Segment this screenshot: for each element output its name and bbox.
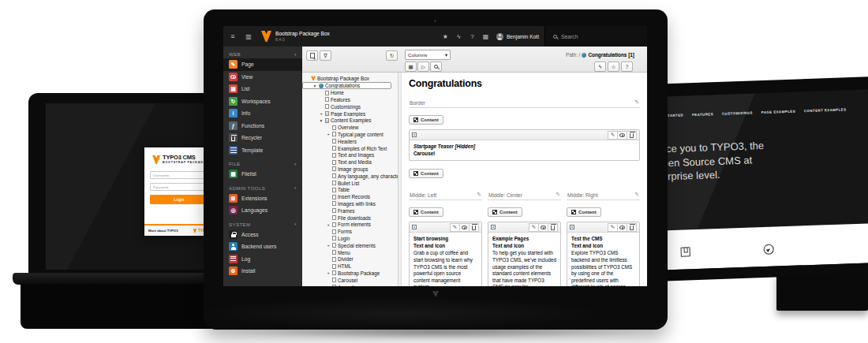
tree-item-home[interactable]: Home [302,89,398,96]
module-log[interactable]: Log [223,253,302,266]
refresh-button[interactable]: ↻ [386,50,398,61]
tree-item-table[interactable]: Table [302,186,398,193]
workspace-grid-icon[interactable]: ▦ [479,26,492,47]
tree-item-images-with-links[interactable]: Images with links [302,200,398,207]
content-type-icon [570,225,574,229]
tree-item-bootstrap-package-box[interactable]: Bootstrap Package Box [302,75,398,82]
tree-item-headers[interactable]: Headers [302,138,398,145]
tree-item-login[interactable]: Login [302,235,398,242]
password-field[interactable] [150,183,208,191]
tree-item-content-examples[interactable]: ▾Content Examples [302,117,398,124]
bookmark-button[interactable]: ☆ [608,62,619,72]
tree-toggle-icon[interactable]: ▾ [312,84,317,88]
page-icon [332,125,336,130]
delete-icon[interactable] [469,223,479,232]
module-info[interactable]: iInfo [223,107,302,120]
tree-item-typical-page-content[interactable]: +Typical page content [302,131,398,138]
tree-item-menu[interactable]: Menu [302,249,398,256]
globe-icon [582,53,586,58]
menu-toggle-icon[interactable]: ≡ [223,26,242,47]
tree-item-html[interactable]: HTML [302,263,398,270]
add-content-button[interactable]: Content [567,207,601,217]
tree-item-carousel[interactable]: Carousel [302,277,398,284]
module-languages[interactable]: ◎Languages [223,204,302,217]
tree-item-bullet-list[interactable]: Bullet List [302,180,398,187]
module-template[interactable]: Template [223,144,302,157]
delete-icon[interactable] [548,223,558,232]
nav-customizings[interactable]: CUSTOMIZINGS [722,110,753,115]
tree-item-image-groups[interactable]: Image groups [302,166,398,173]
module-workspaces[interactable]: ↻Workspaces [223,95,302,108]
login-button[interactable]: Login [150,195,208,204]
user-avatar[interactable] [496,33,503,40]
tree-item-text-and-media[interactable]: Text and Media [302,158,398,166]
tree-item-features[interactable]: Features [302,96,398,103]
tree-toggle-icon[interactable]: + [326,243,331,248]
tree-item-any-language-any-character[interactable]: Any language, any character [302,173,398,180]
preview-button[interactable]: ▷ [417,62,429,72]
delete-icon[interactable] [627,223,637,232]
tree-item-special-elements[interactable]: +Special elements [302,242,398,249]
edit-column-icon[interactable]: ✎ [556,192,560,198]
tree-item-bootstrap-package[interactable]: +Bootstrap Package [302,270,398,277]
tree-toggle-icon[interactable]: + [326,222,331,227]
module-list[interactable]: ▤List [223,83,302,95]
column-label: Middle: Right [567,192,597,198]
tree-item-congratulations[interactable]: ▾Congratulations [302,82,391,90]
tree-item-page-examples[interactable]: +Page Examples [302,110,398,117]
module-access[interactable]: Access [223,229,302,241]
module-page[interactable]: ✎Page [223,58,302,71]
module-backend-users[interactable]: Backend users [223,240,302,253]
layout-view-button[interactable]: ▦ [405,62,417,72]
tree-item-form-elements[interactable]: +Form elements [302,221,398,228]
nav-features[interactable]: FEATURES [692,112,713,117]
tree-item-divider[interactable]: Divider [302,255,398,263]
filter-button[interactable]: ∇ [320,50,331,61]
username-label[interactable]: Benjamin Kott [507,34,539,39]
new-page-button[interactable] [306,50,318,61]
pagetree-toggle-icon[interactable]: ▥ [242,26,255,47]
add-content-button[interactable]: Content [409,169,443,178]
search-content-button[interactable] [430,62,442,72]
more-about-typo3-link[interactable]: More about TYPO3 [148,229,178,233]
help-button[interactable]: ? [621,62,633,72]
module-view[interactable]: View [223,71,302,84]
help-icon[interactable]: ? [466,26,479,47]
module-functions[interactable]: ƒFunctions [223,120,302,132]
element-heading: Start browsingText and Icon [413,236,477,249]
edit-column-icon[interactable]: ✎ [634,99,639,106]
tree-toggle-icon[interactable]: + [326,270,331,275]
tree-item-examples-of-rich-text[interactable]: Examples of Rich Text [302,145,398,152]
tree-toggle-icon[interactable]: + [326,132,331,136]
tree-toggle-icon[interactable]: ▾ [319,118,324,123]
tree-toggle-icon[interactable]: + [319,111,324,116]
tree-item-overview[interactable]: Overview [302,124,398,131]
column-header: Border ✎ [409,99,640,108]
tree-item-forms[interactable]: Forms [302,228,398,235]
module-extensions[interactable]: ⊞Extensions [223,192,302,205]
chevron-down-icon: ▾ [294,52,297,57]
module-filelist[interactable]: ▦Filelist [223,168,302,181]
nav-content-examples[interactable]: CONTENT EXAMPLES [804,107,847,113]
add-content-button[interactable]: Content [409,207,443,217]
tree-item-text-and-images[interactable]: Text and Images [302,151,398,158]
edit-column-icon[interactable]: ✎ [477,192,481,198]
cache-bolt-button[interactable]: ϟ [594,62,606,72]
bookmark-star-icon[interactable]: ★ [439,26,452,47]
module-install[interactable]: ⚙Install [223,265,302,278]
tree-item-accordion[interactable]: Accordion [302,284,398,286]
nav-page-examples[interactable]: PAGE EXAMPLES [761,110,795,115]
username-field[interactable] [150,171,208,179]
clear-cache-bolt-icon[interactable]: ϟ [452,26,466,47]
module-recycler[interactable]: Recycler [223,132,302,144]
view-mode-select[interactable]: Columns▾ [405,50,451,60]
tree-item-frames[interactable]: Frames [302,207,398,214]
add-content-button[interactable]: Content [409,115,443,125]
delete-icon[interactable] [627,131,637,140]
global-search[interactable]: Search [544,26,647,47]
edit-column-icon[interactable]: ✎ [634,192,639,198]
tree-item-file-downloads[interactable]: File downloads [302,214,398,222]
tree-item-customizings[interactable]: Customizings [302,103,398,110]
tree-item-insert-records[interactable]: Insert Records [302,193,398,200]
add-content-button[interactable]: Content [488,207,522,217]
